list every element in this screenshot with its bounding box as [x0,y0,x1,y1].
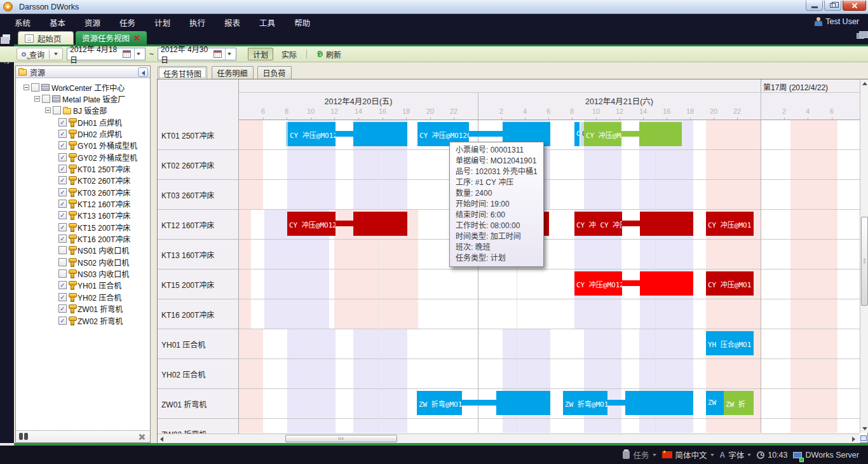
task-bar[interactable] [640,271,693,296]
tab-overflow-icon[interactable] [857,33,864,39]
vertical-scrollbar[interactable] [860,79,868,433]
status-item[interactable]: 简体中文 [662,449,714,461]
scroll-down-button[interactable] [860,424,868,433]
date-to-field[interactable]: 2012年 4月30日 [158,48,236,60]
task-bar[interactable]: ZW 折弯@MO12041901 [563,391,607,415]
tree-item[interactable]: Metal Plate 钣金厂 [34,93,125,104]
task-bar[interactable]: CY 冲 CY 冲压@MO12041904 [574,212,622,236]
gantt-tab-item[interactable]: 任务明细 [212,66,254,79]
find-icon[interactable] [19,433,28,440]
task-bar[interactable] [625,391,693,415]
tree-checkbox[interactable]: ✓ [58,165,67,173]
tree-item[interactable]: ✓KT01 250T冲床 [58,163,130,174]
task-bar[interactable]: C [574,122,580,146]
plan-toggle[interactable]: 计划 [248,48,273,60]
date-to-dropdown[interactable] [225,48,233,60]
tree-checkbox[interactable]: ✓ [58,223,67,231]
task-bar[interactable] [640,212,693,236]
tree-item[interactable]: ✓GY02 外桶成型机 [58,151,137,163]
task-bar[interactable] [353,122,407,146]
tree-item[interactable]: ✓KT03 260T冲床 [58,186,130,198]
tree-item[interactable]: WorkCenter 工作中心 [24,81,125,93]
restore-button[interactable] [824,1,841,11]
tree-item[interactable]: ✓KT16 200T冲床 [58,233,130,245]
menu-item[interactable]: 报表 [215,14,250,31]
gantt-tab-item[interactable]: 日负荷 [257,66,292,79]
menu-item[interactable]: 系统 [5,14,40,31]
user-indicator[interactable]: Test User [815,17,859,26]
date-from-dropdown[interactable] [134,48,142,60]
menu-item[interactable]: 计划 [145,14,180,31]
task-bar[interactable] [353,212,407,236]
task-bar[interactable]: CY 冲压@MO12041901 [288,122,336,146]
scroll-up-button[interactable] [860,79,868,88]
tree-item[interactable]: ✓KT12 160T冲床 [58,198,130,210]
collapse-panel-button[interactable] [138,67,148,77]
tree-checkbox[interactable]: ✓ [58,317,67,325]
tree-item[interactable]: ✓KT02 260T冲床 [58,175,130,186]
task-bar[interactable]: ZW [706,391,724,415]
tree-checkbox[interactable] [42,95,50,103]
tree-checkbox[interactable]: ✓ [58,211,67,219]
tree-checkbox[interactable]: ✓ [58,293,67,301]
vertical-scroll-thumb[interactable] [861,217,868,306]
tree-checkbox[interactable] [31,83,39,92]
task-bar[interactable]: CY 冲压@MO12041903 [574,271,622,296]
task-bar[interactable]: ZW 折弯@MO12041901 [417,391,462,415]
actual-toggle[interactable]: 实际 [277,48,301,60]
horizontal-scroll-thumb[interactable] [285,435,397,442]
tree-expander-icon[interactable] [24,85,29,90]
tree-item[interactable]: NS03 内收口机 [58,268,129,280]
tree-item[interactable]: NS01 内收口机 [58,245,129,256]
menu-item[interactable]: 资源 [75,14,110,31]
horizontal-scrollbar[interactable] [158,433,860,443]
status-item[interactable]: 任务 [623,449,656,461]
task-bar[interactable]: CY 冲压@MO1 [706,212,754,236]
tree-checkbox[interactable]: ✓ [58,235,67,243]
query-button[interactable]: 查询 [17,48,63,60]
menu-item[interactable]: 执行 [180,14,215,31]
tree-item[interactable]: ✓KT15 200T冲床 [58,221,130,233]
status-item[interactable]: 10:43 [757,451,787,460]
menu-item[interactable]: 帮助 [285,14,320,31]
tree-checkbox[interactable]: ✓ [58,304,67,313]
tree-checkbox[interactable]: ✓ [58,141,67,149]
tree-item[interactable]: ✓KT13 160T冲床 [58,210,130,221]
tab-home[interactable]: ⌂ 起始页 [18,31,74,44]
status-item[interactable]: A字体 [720,449,752,461]
gantt-tab-selected[interactable]: 任务甘特图 [158,66,207,79]
tree-item[interactable]: ✓YH01 压合机 [58,280,121,291]
refresh-button[interactable]: 刷新 [312,48,346,60]
task-bar[interactable]: YH 压合@MO1 [706,331,754,355]
task-bar[interactable]: CY 冲压@MO12041902 [584,122,621,146]
tree-checkbox[interactable] [58,246,67,254]
close-button[interactable] [843,1,866,11]
menu-item[interactable]: 任务 [110,14,145,31]
collapsed-panel-strip[interactable]: 程序 [0,31,14,443]
menu-item[interactable]: 工具 [250,14,285,31]
tree-checkbox[interactable]: ✓ [58,200,67,208]
tab-resource-task-view[interactable]: 资源任务视图 [76,31,147,44]
tree-item[interactable]: ✓ZW01 折弯机 [58,303,123,315]
menu-item[interactable]: 基本 [40,14,75,31]
status-item[interactable]: DWorks Server [793,451,859,460]
tree-checkbox[interactable]: ✓ [58,176,67,184]
tree-expander-icon[interactable] [34,96,40,102]
tree-checkbox[interactable] [58,270,67,278]
tree-item[interactable]: NS02 内收口机 [58,256,129,268]
task-bar[interactable]: CY 冲压@MO12041904 [287,212,336,236]
tab-close-icon[interactable] [133,35,139,41]
tree-checkbox[interactable]: ✓ [58,188,67,196]
tree-item[interactable]: ✓DH02 点焊机 [58,128,122,139]
tree-checkbox[interactable]: ✓ [58,130,67,138]
task-bar[interactable] [639,122,682,146]
tree-checkbox[interactable]: ✓ [58,281,67,289]
tree-checkbox[interactable] [53,106,61,114]
task-bar[interactable] [496,391,550,415]
tree-item[interactable]: ✓DH01 点焊机 [58,116,122,128]
tree-item[interactable]: ✓YH02 压合机 [58,291,121,303]
tree-item[interactable]: ✓GY01 外桶成型机 [58,140,137,151]
tree-item[interactable]: BJ 钣金部 [45,105,107,116]
date-from-field[interactable]: 2012年 4月18日 [67,48,146,60]
panel-corner-button[interactable] [860,435,867,441]
